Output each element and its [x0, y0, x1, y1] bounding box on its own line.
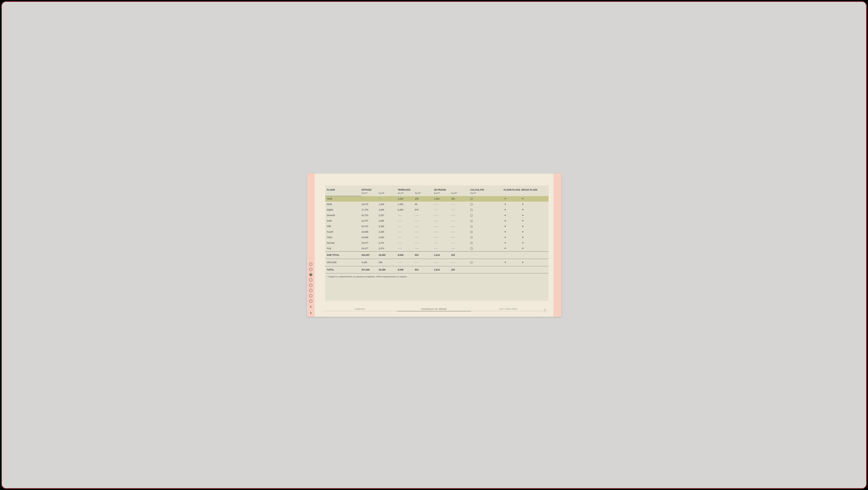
- cell-offices-sqft: 24,698: [362, 229, 378, 235]
- section-dots-dock: [308, 263, 313, 315]
- space-plan-plus[interactable]: +: [521, 225, 524, 228]
- space-plan-plus[interactable]: +: [521, 236, 524, 239]
- floor-plan-plus[interactable]: +: [504, 203, 507, 206]
- space-plan-plus[interactable]: +: [521, 203, 524, 206]
- calculate-radio[interactable]: [470, 220, 473, 222]
- cell-offices-sqm: 1,605: [378, 207, 398, 213]
- calculate-radio[interactable]: [470, 248, 473, 250]
- cell-skyroom-sqft: ——: [434, 207, 451, 213]
- calculate-radio-ground[interactable]: [470, 261, 473, 264]
- table-row: Tenth————1,6151501,614150++: [325, 196, 549, 202]
- floor-plan-plus[interactable]: +: [504, 225, 507, 228]
- space-plan-plus-ground[interactable]: +: [521, 261, 524, 264]
- table-row: Sixth24,7072,295————————++: [325, 218, 549, 224]
- space-plan-plus[interactable]: +: [521, 197, 524, 200]
- prev-arrow-icon[interactable]: [309, 305, 313, 309]
- cell-offices-sqm: 2,297: [378, 213, 398, 218]
- pager-next[interactable]: KEY FEATURES: [471, 308, 546, 311]
- cell-skyroom-sqm: ——: [451, 229, 470, 235]
- floor-plan-plus[interactable]: +: [504, 236, 507, 239]
- section-dot-7[interactable]: [309, 299, 312, 302]
- next-arrow-icon[interactable]: [309, 311, 313, 315]
- calculate-radio[interactable]: [470, 209, 473, 211]
- cell-floor: Tenth: [325, 196, 362, 202]
- cell-offices-sqft: 24,707: [362, 224, 378, 229]
- section-dot-5[interactable]: [309, 289, 312, 292]
- table-row: Fourth24,6982,295————————++: [325, 229, 549, 235]
- cell-terraces-sqm: ——: [415, 218, 434, 224]
- total-off-ft: 207,626: [362, 266, 378, 273]
- cell-offices-sqft: 24,698: [362, 235, 378, 240]
- calculate-radio[interactable]: [470, 242, 473, 244]
- cell-terraces-sqm: ——: [415, 246, 434, 251]
- cell-skyroom-sqm: 150: [451, 196, 470, 202]
- cell-skyroom-sqft: ——: [434, 246, 451, 251]
- cell-terraces-sqft: ——: [398, 240, 415, 246]
- cell-terraces-sqm: 96: [415, 202, 434, 207]
- floor-plan-plus[interactable]: +: [504, 241, 507, 244]
- total-label: TOTAL: [325, 266, 362, 273]
- space-plan-plus[interactable]: +: [521, 208, 524, 211]
- table-row: Second24,4772,274————————++: [325, 240, 549, 246]
- space-plan-plus[interactable]: +: [521, 214, 524, 217]
- cell-terraces-sqft: 6,200: [398, 207, 415, 213]
- space-plan-plus[interactable]: +: [521, 230, 524, 233]
- header-skyroom: SKYROOM: [434, 185, 451, 191]
- section-dot-6[interactable]: [309, 294, 312, 297]
- cell-offices-sqft: 24,477: [362, 246, 378, 251]
- table-row: Eighth17,2781,6056,200576————++: [325, 207, 549, 213]
- floor-plan-plus[interactable]: +: [504, 230, 507, 233]
- calculate-radio[interactable]: [470, 198, 473, 200]
- share-icon[interactable]: ↩: [543, 308, 547, 312]
- pager-current[interactable]: SCHEDULE OF AREAS: [397, 308, 471, 311]
- floor-plan-plus[interactable]: +: [504, 219, 507, 222]
- section-dot-4[interactable]: [309, 284, 312, 287]
- cell-skyroom-sqft: ——: [434, 229, 451, 235]
- cell-offices-sqft: 24,723: [362, 213, 378, 218]
- calculate-radio[interactable]: [470, 225, 473, 228]
- cell-skyroom-sqm: ——: [451, 207, 470, 213]
- calculate-radio[interactable]: [470, 203, 473, 206]
- cell-offices-sqm: 2,295: [378, 235, 398, 240]
- section-dot-0[interactable]: [309, 263, 312, 266]
- cell-terraces-sqft: ——: [398, 218, 415, 224]
- space-plan-plus[interactable]: +: [521, 219, 524, 222]
- cell-floor: Ninth: [325, 202, 362, 207]
- space-plan-plus[interactable]: +: [521, 241, 524, 244]
- floor-plan-plus[interactable]: +: [504, 197, 507, 200]
- cell-skyroom-sqft: ——: [434, 218, 451, 224]
- section-dot-2[interactable]: [309, 273, 312, 276]
- cell-offices-sqft: 17,278: [362, 207, 378, 213]
- cell-terraces-sqft: ——: [398, 235, 415, 240]
- cell-skyroom-sqft: ——: [434, 202, 451, 207]
- space-plan-plus[interactable]: +: [521, 247, 524, 250]
- header-calculate: CALCULATE: [470, 185, 504, 191]
- floor-plan-plus[interactable]: +: [504, 247, 507, 250]
- unit-offices-sqm: Sq M*: [378, 191, 398, 196]
- section-dot-3[interactable]: [309, 278, 312, 282]
- content-area: FLOOR OFFICES TERRACES SKYROOM CALCULATE…: [315, 173, 553, 317]
- header-floor: FLOOR: [325, 185, 362, 191]
- subtotal-off-m: 18,993: [378, 252, 398, 259]
- floor-plan-plus[interactable]: +: [504, 208, 507, 211]
- ground-sky-m: ——: [451, 261, 455, 264]
- subtotal-sky-m: 150: [451, 252, 470, 259]
- calculate-radio[interactable]: [470, 231, 473, 233]
- cell-offices-sqm: 1,363: [378, 202, 398, 207]
- subtotal-sky-ft: 1,614: [434, 252, 451, 259]
- ground-label: GROUND: [325, 259, 362, 266]
- ground-sky-ft: ——: [434, 261, 438, 264]
- pager-prev[interactable]: LANDING: [322, 308, 397, 311]
- calculate-radio[interactable]: [470, 236, 473, 239]
- header-terraces: TERRACES: [398, 185, 415, 191]
- total-sky-m: 150: [451, 266, 470, 273]
- calculate-radio[interactable]: [470, 214, 473, 217]
- floor-plan-plus-ground[interactable]: +: [504, 261, 507, 264]
- cell-offices-sqm: 2,295: [378, 224, 398, 229]
- section-dot-1[interactable]: [309, 268, 312, 271]
- footnote: * Subject to measurement on practical co…: [327, 276, 407, 278]
- floor-plan-plus[interactable]: +: [504, 214, 507, 217]
- cell-offices-sqm: 2,295: [378, 229, 398, 235]
- cell-terraces-sqm: ——: [415, 213, 434, 218]
- total-ter-m: 822: [415, 266, 434, 273]
